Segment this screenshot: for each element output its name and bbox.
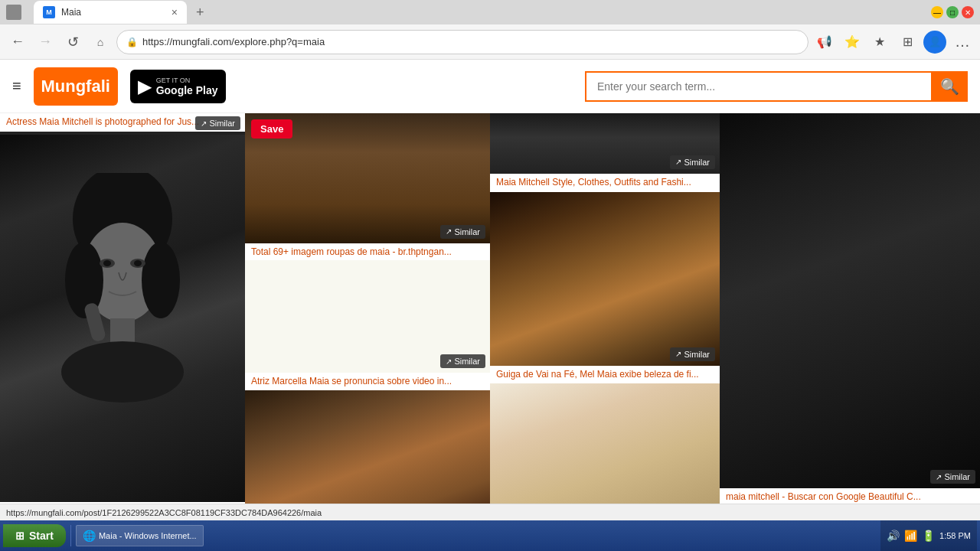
similar-icon: ↗ xyxy=(201,119,207,128)
grid-col-3: ↗ Similar Maia Mitchell Style, Clothes, … xyxy=(490,113,720,523)
similar-badge-roupas[interactable]: ↗ Similar xyxy=(440,225,485,239)
similar-badge-style[interactable]: ↗ Similar xyxy=(670,155,715,169)
status-bar: https://mungfali.com/post/1F2126299522A3… xyxy=(0,504,980,520)
similar-badge-jacket[interactable]: ↗ Similar xyxy=(930,470,975,484)
grid-col-2: Save ↗ Similar Total 69+ imagem roupas d… xyxy=(245,113,490,523)
network-icon[interactable]: 📶 xyxy=(904,530,917,542)
active-window-button[interactable]: 🌐 Maia - Windows Internet... xyxy=(76,525,204,546)
address-text: https://mungfali.com/explore.php?q=maia xyxy=(142,36,799,47)
similar-text-7: Similar xyxy=(944,472,970,481)
svg-point-3 xyxy=(142,242,180,318)
similar-text-2: Similar xyxy=(454,357,480,366)
tab-favicon: M xyxy=(43,6,55,18)
lock-icon: 🔒 xyxy=(126,37,138,47)
active-window-label: Maia - Windows Internet... xyxy=(99,531,197,540)
start-label: Start xyxy=(29,530,54,542)
start-button[interactable]: ⊞ Start xyxy=(3,524,66,547)
address-bar[interactable]: 🔒 https://mungfali.com/explore.php?q=mai… xyxy=(116,30,808,54)
site-header: ≡ Mungfali ▶ GET IT ON Google Play 🔍 xyxy=(0,60,980,113)
status-url: https://mungfali.com/post/1F2126299522A3… xyxy=(6,508,322,517)
google-play-icon: ▶ xyxy=(138,76,152,97)
system-time: 1:58 PM xyxy=(939,531,971,540)
window-controls: — □ ✕ xyxy=(931,6,974,18)
favorites-button[interactable]: ★ xyxy=(868,31,891,54)
google-play-text: GET IT ON Google Play xyxy=(156,77,218,96)
close-button[interactable]: ✕ xyxy=(962,6,974,18)
new-tab-button[interactable]: + xyxy=(190,2,211,24)
nav-actions: 📢 ⭐ ★ ⊞ 👤 … xyxy=(813,31,974,54)
home-button[interactable]: ⌂ xyxy=(89,31,112,54)
window-icon xyxy=(6,5,21,20)
more-button[interactable]: … xyxy=(951,31,974,54)
maximize-button[interactable]: □ xyxy=(946,6,959,18)
start-icon: ⊞ xyxy=(15,530,24,542)
img-card-dark-jacket: ↗ Similar xyxy=(720,113,980,488)
battery-icon[interactable]: 🔋 xyxy=(922,530,935,542)
save-button[interactable]: Save xyxy=(251,119,292,139)
image-grid: Actress Maia Mitchell is photographed fo… xyxy=(0,113,980,523)
external-icon-7: ↗ xyxy=(936,473,942,481)
external-icon-4: ↗ xyxy=(675,158,681,166)
hamburger-menu-button[interactable]: ≡ xyxy=(12,77,21,95)
active-tab[interactable]: M Maia × xyxy=(34,1,187,24)
browser-taskbar-icon: 🌐 xyxy=(83,530,96,542)
svg-point-9 xyxy=(134,260,142,266)
system-tray: 🔊 📶 🔋 1:58 PM xyxy=(880,520,977,551)
taskbar-divider xyxy=(70,525,71,546)
grid-col-4: ↗ Similar maia mitchell - Buscar con Goo… xyxy=(720,113,980,523)
page-content: ≡ Mungfali ▶ GET IT ON Google Play 🔍 Act… xyxy=(0,60,980,523)
similar-text-5: Similar xyxy=(684,350,710,359)
forward-button[interactable]: → xyxy=(34,31,57,54)
similar-label: Similar xyxy=(209,119,235,128)
img-card-roupas: Save ↗ Similar xyxy=(245,113,490,243)
img-card-maia-style: ↗ Similar xyxy=(490,113,720,174)
back-button[interactable]: ← xyxy=(6,31,29,54)
refresh-button[interactable]: ↺ xyxy=(61,31,84,54)
img-title-mel: Guiga de Vai na Fé, Mel Maia exibe belez… xyxy=(490,366,720,384)
external-icon: ↗ xyxy=(446,227,452,236)
minimize-button[interactable]: — xyxy=(931,6,943,18)
tab-bar: M Maia × + xyxy=(28,0,925,24)
google-play-large-text: Google Play xyxy=(156,84,218,96)
similar-text: Similar xyxy=(454,227,480,236)
similar-badge-atriz[interactable]: ↗ Similar xyxy=(440,354,485,368)
external-icon-2: ↗ xyxy=(446,357,452,366)
img-card-twin: ↗ Similar xyxy=(490,383,720,523)
search-button[interactable]: 🔍 xyxy=(931,71,968,102)
img-title-roupas: Total 69+ imagem roupas de maia - br.thp… xyxy=(245,243,490,261)
svg-point-8 xyxy=(103,260,111,266)
read-aloud-button[interactable]: 📢 xyxy=(813,31,836,54)
tab-title: Maia xyxy=(61,7,165,18)
site-logo[interactable]: Mungfali xyxy=(34,67,118,106)
profile-button[interactable]: 👤 xyxy=(923,31,946,54)
add-favorites-button[interactable]: ⭐ xyxy=(841,31,864,54)
tab-close-icon[interactable]: × xyxy=(172,6,178,18)
similar-badge-mel[interactable]: ↗ Similar xyxy=(670,347,715,361)
collections-button[interactable]: ⊞ xyxy=(896,31,919,54)
google-play-small-text: GET IT ON xyxy=(156,77,218,84)
google-play-badge[interactable]: ▶ GET IT ON Google Play xyxy=(130,70,226,103)
img-title-style: Maia Mitchell Style, Clothes, Outfits an… xyxy=(490,174,720,192)
svg-point-5 xyxy=(61,341,184,403)
external-icon-5: ↗ xyxy=(675,350,681,358)
taskbar: ⊞ Start 🌐 Maia - Windows Internet... 🔊 📶… xyxy=(0,520,980,551)
search-container: 🔍 xyxy=(585,71,968,102)
img-card-mel-maia: ↗ Similar xyxy=(490,192,720,366)
volume-icon[interactable]: 🔊 xyxy=(887,530,900,542)
grid-col-1: Actress Maia Mitchell is photographed fo… xyxy=(0,113,245,523)
similar-text-4: Similar xyxy=(684,158,710,167)
img-card-actress-caption: Actress Maia Mitchell is photographed fo… xyxy=(0,113,245,135)
search-input[interactable] xyxy=(585,71,931,102)
img-card-atriz: ↗ Similar xyxy=(245,260,490,373)
nav-bar: ← → ↺ ⌂ 🔒 https://mungfali.com/explore.p… xyxy=(0,24,980,60)
similar-badge-actress[interactable]: ↗ Similar xyxy=(195,116,240,130)
img-title-atriz: Atriz Marcella Maia se pronuncia sobre v… xyxy=(245,373,490,390)
title-bar: M Maia × + — □ ✕ xyxy=(0,0,980,24)
img-card-bw-portrait xyxy=(0,135,245,502)
